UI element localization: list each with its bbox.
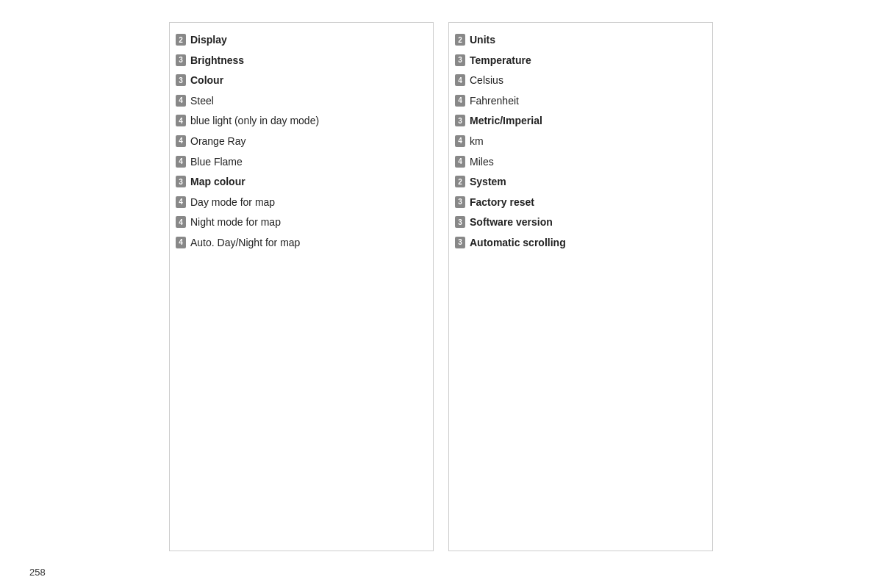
- list-item[interactable]: 3Software version: [449, 212, 712, 233]
- item-label: Automatic scrolling: [470, 236, 566, 251]
- item-label: Software version: [470, 215, 553, 230]
- item-label: Fahrenheit: [470, 94, 519, 109]
- list-item[interactable]: 3Temperature: [449, 51, 712, 71]
- level-badge: 3: [176, 54, 186, 66]
- level-badge: 4: [176, 196, 186, 208]
- list-item[interactable]: 2System: [449, 172, 712, 193]
- item-label: Factory reset: [470, 196, 534, 210]
- list-item[interactable]: 2Units: [449, 30, 712, 51]
- list-item[interactable]: 4Night mode for map: [170, 212, 433, 233]
- level-badge: 3: [176, 176, 186, 187]
- level-badge: 4: [176, 216, 186, 228]
- item-label: Steel: [190, 94, 214, 109]
- list-item[interactable]: 2Display: [170, 30, 433, 51]
- list-item[interactable]: 3Colour: [170, 71, 433, 91]
- item-label: Day mode for map: [190, 196, 275, 210]
- list-item[interactable]: 4Celsius: [449, 71, 712, 91]
- list-item[interactable]: 4Orange Ray: [170, 132, 433, 152]
- list-item[interactable]: 3Factory reset: [449, 193, 712, 213]
- item-label: System: [470, 175, 506, 190]
- list-item[interactable]: 4Fahrenheit: [449, 91, 712, 112]
- level-badge: 2: [455, 176, 465, 187]
- list-item[interactable]: 4Steel: [170, 91, 433, 112]
- list-item[interactable]: 4Miles: [449, 152, 712, 173]
- level-badge: 4: [455, 135, 465, 147]
- list-item[interactable]: 4Auto. Day/Night for map: [170, 233, 433, 254]
- left-panel: 2Display3Brightness3Colour4Steel4blue li…: [169, 22, 434, 551]
- level-badge: 2: [176, 34, 186, 46]
- item-label: Metric/Imperial: [470, 114, 542, 129]
- level-badge: 3: [176, 74, 186, 86]
- list-item[interactable]: 4blue light (only in day mode): [170, 111, 433, 132]
- list-item[interactable]: 3Map colour: [170, 172, 433, 193]
- level-badge: 4: [455, 156, 465, 168]
- level-badge: 3: [455, 216, 465, 228]
- right-panel: 2Units3Temperature4Celsius4Fahrenheit3Me…: [448, 22, 713, 551]
- item-label: Auto. Day/Night for map: [190, 236, 300, 251]
- list-item[interactable]: 3Brightness: [170, 51, 433, 71]
- list-item[interactable]: 4km: [449, 132, 712, 152]
- level-badge: 4: [176, 115, 186, 126]
- item-label: Map colour: [190, 175, 245, 190]
- item-label: Display: [190, 33, 227, 48]
- item-label: Units: [470, 33, 495, 48]
- level-badge: 4: [176, 237, 186, 248]
- item-label: Orange Ray: [190, 135, 245, 149]
- item-label: Colour: [190, 74, 223, 88]
- item-label: Blue Flame: [190, 155, 243, 170]
- level-badge: 4: [176, 135, 186, 147]
- page-number: 258: [29, 567, 46, 578]
- level-badge: 3: [455, 196, 465, 208]
- level-badge: 4: [455, 74, 465, 86]
- list-item[interactable]: 3Automatic scrolling: [449, 233, 712, 254]
- list-item[interactable]: 3Metric/Imperial: [449, 111, 712, 132]
- level-badge: 3: [455, 115, 465, 126]
- item-label: Miles: [470, 155, 494, 170]
- item-label: blue light (only in day mode): [190, 114, 319, 129]
- item-label: Night mode for map: [190, 215, 281, 230]
- level-badge: 4: [455, 95, 465, 107]
- list-item[interactable]: 4Blue Flame: [170, 152, 433, 173]
- level-badge: 3: [455, 54, 465, 66]
- item-label: Celsius: [470, 74, 503, 88]
- item-label: Brightness: [190, 54, 244, 68]
- level-badge: 4: [176, 156, 186, 168]
- level-badge: 2: [455, 34, 465, 46]
- item-label: km: [470, 135, 484, 149]
- list-item[interactable]: 4Day mode for map: [170, 193, 433, 213]
- item-label: Temperature: [470, 54, 531, 68]
- page-container: 2Display3Brightness3Colour4Steel4blue li…: [0, 0, 882, 573]
- level-badge: 4: [176, 95, 186, 107]
- level-badge: 3: [455, 237, 465, 248]
